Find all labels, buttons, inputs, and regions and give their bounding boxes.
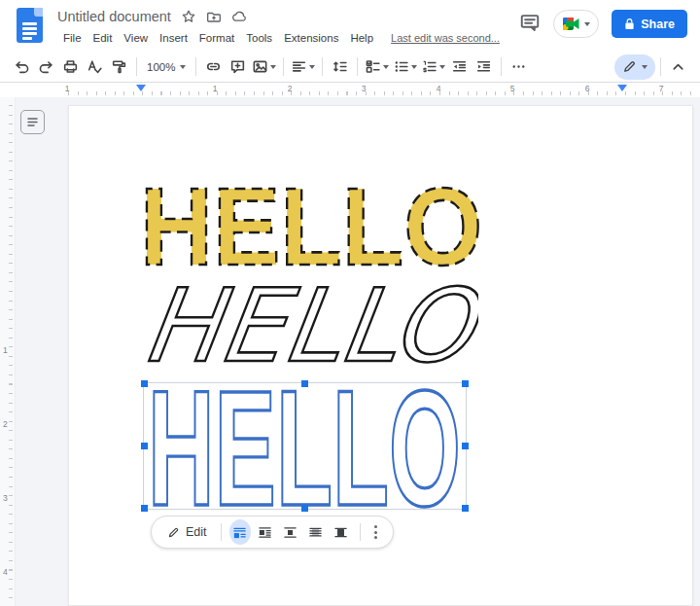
toolbar-divider <box>501 57 502 76</box>
ruler-number: 1 <box>3 345 8 355</box>
menu-format[interactable]: Format <box>193 30 240 46</box>
share-button[interactable]: Share <box>612 10 687 38</box>
image-edit-button[interactable]: Edit <box>161 525 213 539</box>
ruler-number: 1 <box>65 84 70 93</box>
resize-handle-top-right[interactable] <box>462 380 469 387</box>
ruler-number: 4 <box>437 84 441 93</box>
print-button[interactable] <box>58 54 83 80</box>
menu-extensions[interactable]: Extensions <box>278 30 344 46</box>
resize-handle-bottom-left[interactable] <box>141 505 148 512</box>
share-label: Share <box>641 18 675 31</box>
image-dropdown-caret <box>270 65 276 69</box>
ruler-number: 6 <box>585 84 590 93</box>
move-to-folder-icon[interactable] <box>206 9 222 24</box>
line-spacing-button[interactable] <box>328 54 352 80</box>
menu-bar: File Edit View Insert Format Tools Exten… <box>57 30 500 46</box>
menu-insert[interactable]: Insert <box>154 30 193 46</box>
resize-handle-top-left[interactable] <box>141 380 148 387</box>
wrap-option-wrap-text[interactable] <box>255 519 276 545</box>
wrap-option-in-line[interactable] <box>229 519 251 545</box>
spelling-check-button[interactable] <box>83 54 107 80</box>
menu-help[interactable]: Help <box>344 30 379 46</box>
logo-fold <box>34 8 43 17</box>
google-docs-window: Untitled document File Edit View Insert … <box>0 0 700 606</box>
ruler-number: 2 <box>288 84 293 93</box>
document-title[interactable]: Untitled document <box>57 9 171 24</box>
ruler-number: 5 <box>510 84 515 93</box>
star-icon[interactable] <box>181 9 196 24</box>
editing-mode-caret <box>642 65 648 69</box>
checklist-dropdown-caret <box>383 65 389 69</box>
image-more-options-button[interactable] <box>368 525 383 539</box>
toolbar-divider <box>660 57 661 76</box>
vertical-ruler[interactable]: 1 2 3 4 5 <box>0 97 16 606</box>
numbered-list-dropdown-caret <box>439 65 445 69</box>
resize-handle-top-center[interactable] <box>301 380 308 387</box>
increase-indent-button[interactable] <box>472 54 496 80</box>
decrease-indent-button[interactable] <box>447 54 472 80</box>
zoom-value: 100% <box>147 61 175 73</box>
menu-file[interactable]: File <box>57 30 88 46</box>
toolbar-divider <box>357 57 358 76</box>
menu-view[interactable]: View <box>118 30 154 46</box>
pencil-icon <box>167 526 180 539</box>
toolbar-divider <box>136 57 137 76</box>
toolbar-divider <box>195 57 196 76</box>
editing-mode-button[interactable] <box>614 54 655 80</box>
resize-handle-middle-left[interactable] <box>141 443 148 449</box>
wordart-hello-script-text: HELLO <box>136 271 478 380</box>
more-options-button[interactable] <box>507 54 531 80</box>
last-edit-link[interactable]: Last edit was second... <box>391 32 500 44</box>
ruler-number: 4 <box>3 567 8 577</box>
wordart-hello-blue-selected[interactable]: HELLO <box>144 383 466 509</box>
horizontal-ruler[interactable]: 1 1 2 3 4 5 6 7 <box>0 83 700 97</box>
ruler-number: 7 <box>659 84 664 93</box>
insert-image-button[interactable] <box>250 54 278 80</box>
resize-handle-bottom-center[interactable] <box>301 505 308 512</box>
paint-format-button[interactable] <box>107 54 131 80</box>
hide-menus-button[interactable] <box>666 54 690 80</box>
undo-button[interactable] <box>10 54 34 80</box>
menu-edit[interactable]: Edit <box>88 30 119 46</box>
align-dropdown-caret <box>309 65 315 69</box>
cloud-status-icon[interactable] <box>231 9 247 24</box>
zoom-select[interactable]: 100% <box>142 54 191 80</box>
google-docs-logo-icon[interactable] <box>17 8 43 43</box>
toolbar-divider <box>283 57 284 76</box>
google-meet-icon <box>562 17 580 31</box>
wordart-hello-blue-text: HELLO <box>148 383 461 509</box>
header: Untitled document File Edit View Insert … <box>0 0 700 52</box>
checklist-button[interactable] <box>363 54 391 80</box>
ruler-number: 2 <box>3 419 8 429</box>
show-all-comments-icon[interactable] <box>519 12 541 37</box>
resize-handle-bottom-right[interactable] <box>462 505 469 512</box>
resize-handle-middle-right[interactable] <box>462 443 469 449</box>
image-edit-label: Edit <box>186 525 207 539</box>
toolbar-divider <box>221 523 222 541</box>
left-indent-marker[interactable] <box>136 85 146 91</box>
ruler-number: 3 <box>3 493 8 503</box>
redo-button[interactable] <box>34 54 58 80</box>
bulleted-list-dropdown-caret <box>411 65 417 69</box>
align-button[interactable] <box>289 54 317 80</box>
right-indent-marker[interactable] <box>617 85 627 91</box>
toolbar-divider <box>360 523 361 541</box>
wrap-option-in-front-of-text[interactable] <box>331 519 352 545</box>
main-toolbar: 100% <box>0 52 700 83</box>
menu-tools[interactable]: Tools <box>240 30 278 46</box>
show-document-outline-button[interactable] <box>20 110 45 134</box>
insert-link-button[interactable] <box>201 54 226 80</box>
join-meet-button[interactable] <box>553 10 599 38</box>
wrap-option-behind-text[interactable] <box>305 519 327 545</box>
wordart-hello-script[interactable]: HELLO <box>128 271 478 384</box>
toolbar-divider <box>322 57 323 76</box>
numbered-list-button[interactable] <box>419 54 447 80</box>
image-options-toolbar: Edit <box>151 516 394 549</box>
meet-dropdown-caret <box>584 22 590 26</box>
wordart-hello-yellow[interactable]: HELLO <box>137 179 485 272</box>
add-comment-button[interactable] <box>226 54 250 80</box>
ruler-number: 3 <box>362 84 367 93</box>
bulleted-list-button[interactable] <box>391 54 419 80</box>
wrap-option-break-text[interactable] <box>280 519 301 545</box>
ruler-number: 1 <box>213 84 218 93</box>
